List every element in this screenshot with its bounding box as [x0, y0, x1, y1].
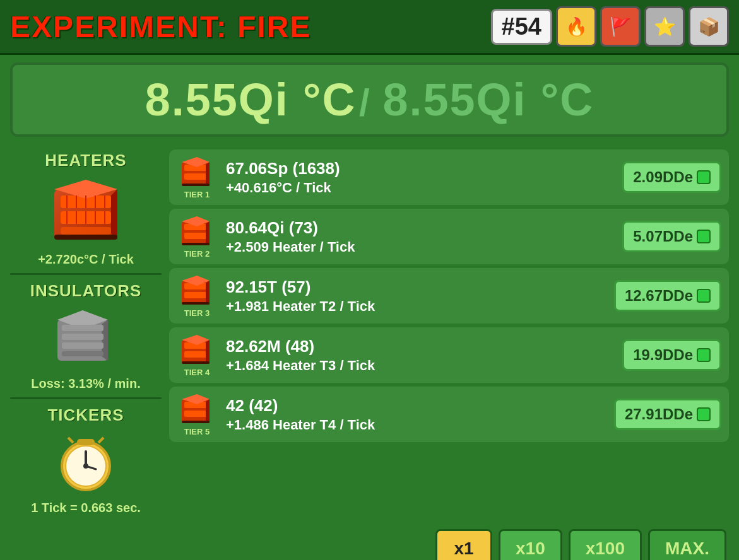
mult-max-button[interactable]: MAX. — [648, 529, 726, 560]
tier-row-5: TIER 5 42 (42) +1.486 Heater T4 / Tick 2… — [169, 387, 729, 442]
svg-rect-62 — [182, 421, 210, 423]
tier-1-rate: +40.616°C / Tick — [226, 180, 613, 196]
tier-3-buy-button[interactable]: 12.67DDe — [614, 280, 721, 312]
header: EXPERIMENT: FIRE #54 🔥 🚩 ⭐ 📦 — [0, 0, 739, 55]
tier-4-price: 19.9DDe — [633, 346, 693, 364]
gem-icon-4 — [697, 348, 711, 362]
svg-line-32 — [98, 438, 103, 443]
tier-row-1: TIER 1 67.06Sp (1638) +40.616°C / Tick 2… — [169, 149, 729, 205]
tier-2-icon-wrap: TIER 2 — [177, 215, 217, 259]
gem-icon-5 — [697, 407, 711, 421]
title-fire: FIRE — [237, 10, 311, 44]
tier-5-count: 42 (42) — [226, 396, 605, 416]
tier-3-heater-icon — [180, 274, 213, 307]
svg-rect-4 — [61, 227, 111, 235]
tier-1-buy-button[interactable]: 2.09DDe — [622, 161, 721, 193]
tier-2-heater-icon — [180, 215, 213, 248]
tier-3-label: TIER 3 — [184, 308, 210, 318]
tier-5-price: 27.91DDe — [625, 405, 693, 423]
heaters-label: HEATERS — [45, 151, 126, 170]
tier-3-price: 12.67DDe — [625, 287, 693, 305]
svg-rect-59 — [184, 411, 207, 417]
bottom-bar: x1 x10 x100 MAX. — [0, 522, 739, 560]
svg-rect-56 — [182, 361, 210, 364]
tier-row-2: TIER 2 80.64Qi (73) +2.509 Heater / Tick… — [169, 209, 729, 264]
temp-max: 8.55Qi °C — [382, 74, 594, 125]
svg-rect-17 — [54, 235, 117, 240]
svg-line-31 — [68, 438, 73, 443]
tier-5-info: 42 (42) +1.486 Heater T4 / Tick — [226, 396, 605, 433]
svg-marker-61 — [206, 399, 210, 423]
right-panel: TIER 1 67.06Sp (1638) +40.616°C / Tick 2… — [169, 144, 729, 522]
star-icon-btn[interactable]: ⭐ — [644, 6, 685, 47]
badge-number: #54 — [491, 9, 552, 45]
svg-rect-41 — [184, 233, 207, 239]
mult-x1-button[interactable]: x1 — [435, 529, 492, 560]
tier-2-count: 80.64Qi (73) — [226, 218, 613, 238]
tier-2-rate: +2.509 Heater / Tick — [226, 239, 613, 255]
tier-1-icon-wrap: TIER 1 — [177, 156, 217, 199]
tier-4-rate: +1.684 Heater T3 / Tick — [226, 358, 613, 374]
flag-icon-btn[interactable]: 🚩 — [600, 6, 641, 47]
tier-4-count: 82.62M (48) — [226, 337, 613, 356]
mult-x100-button[interactable]: x100 — [569, 529, 642, 560]
box-icon-btn[interactable]: 📦 — [689, 6, 729, 47]
tier-1-label: TIER 1 — [184, 190, 210, 199]
tickers-rate: 1 Tick = 0.663 sec. — [31, 501, 141, 515]
tier-3-icon-wrap: TIER 3 — [177, 274, 217, 318]
svg-rect-21 — [62, 325, 103, 331]
gem-icon-3 — [697, 289, 711, 303]
gem-icon-1 — [697, 170, 711, 184]
heater-icon — [51, 177, 121, 246]
tier-3-count: 92.15T (57) — [226, 277, 605, 297]
divider-1 — [10, 273, 162, 275]
tier-4-buy-button[interactable]: 19.9DDe — [622, 339, 721, 371]
tier-4-info: 82.62M (48) +1.684 Heater T3 / Tick — [226, 337, 613, 374]
tier-4-label: TIER 4 — [184, 368, 210, 377]
tier-3-rate: +1.981 Heater T2 / Tick — [226, 298, 605, 315]
fire-icon-btn[interactable]: 🔥 — [556, 6, 596, 47]
tier-1-price: 2.09DDe — [633, 168, 693, 186]
insulators-loss: Loss: 3.13% / min. — [31, 376, 140, 391]
temp-slash: / — [359, 81, 382, 124]
insulators-label: INSULATORS — [30, 281, 142, 301]
tickers-label: TICKERS — [47, 405, 124, 425]
tier-5-icon-wrap: TIER 5 — [177, 393, 217, 436]
svg-rect-44 — [182, 243, 210, 245]
heaters-rate: +2.720c°C / Tick — [38, 252, 134, 267]
tier-2-price: 5.07DDe — [633, 228, 693, 245]
tier-row-4: TIER 4 82.62M (48) +1.684 Heater T3 / Ti… — [169, 327, 729, 383]
tier-5-buy-button[interactable]: 27.91DDe — [614, 399, 721, 430]
ticker-icon — [54, 431, 117, 494]
svg-rect-35 — [184, 173, 207, 180]
svg-marker-55 — [206, 340, 210, 364]
tier-5-heater-icon — [180, 393, 213, 426]
svg-marker-6 — [111, 189, 117, 240]
tier-1-count: 67.06Sp (1638) — [226, 159, 613, 178]
svg-rect-38 — [182, 184, 210, 186]
tier-2-buy-button[interactable]: 5.07DDe — [622, 221, 721, 252]
experiment-title: EXPERIMENT: FIRE — [10, 9, 311, 44]
tier-2-info: 80.64Qi (73) +2.509 Heater / Tick — [226, 218, 613, 255]
header-right: #54 🔥 🚩 ⭐ 📦 — [491, 6, 729, 47]
gem-icon-2 — [697, 230, 711, 243]
temp-display: 8.55Qi °C / 8.55Qi °C — [10, 62, 729, 137]
tier-5-label: TIER 5 — [184, 427, 210, 436]
svg-point-29 — [83, 464, 88, 469]
svg-marker-49 — [206, 281, 210, 305]
left-panel: HEATERS — [10, 144, 162, 522]
svg-rect-23 — [62, 342, 103, 349]
main-area: HEATERS — [10, 144, 729, 522]
tier-1-heater-icon — [180, 156, 213, 189]
svg-rect-30 — [77, 439, 95, 445]
tier-row-3: TIER 3 92.15T (57) +1.981 Heater T2 / Ti… — [169, 268, 729, 324]
svg-marker-37 — [206, 162, 210, 186]
svg-rect-24 — [62, 351, 103, 356]
mult-x10-button[interactable]: x10 — [499, 529, 562, 560]
divider-2 — [10, 397, 162, 399]
tier-4-icon-wrap: TIER 4 — [177, 334, 217, 377]
svg-rect-53 — [184, 351, 207, 358]
temp-current: 8.55Qi °C — [145, 74, 357, 125]
tier-3-info: 92.15T (57) +1.981 Heater T2 / Tick — [226, 277, 605, 315]
tier-5-rate: +1.486 Heater T4 / Tick — [226, 417, 605, 433]
